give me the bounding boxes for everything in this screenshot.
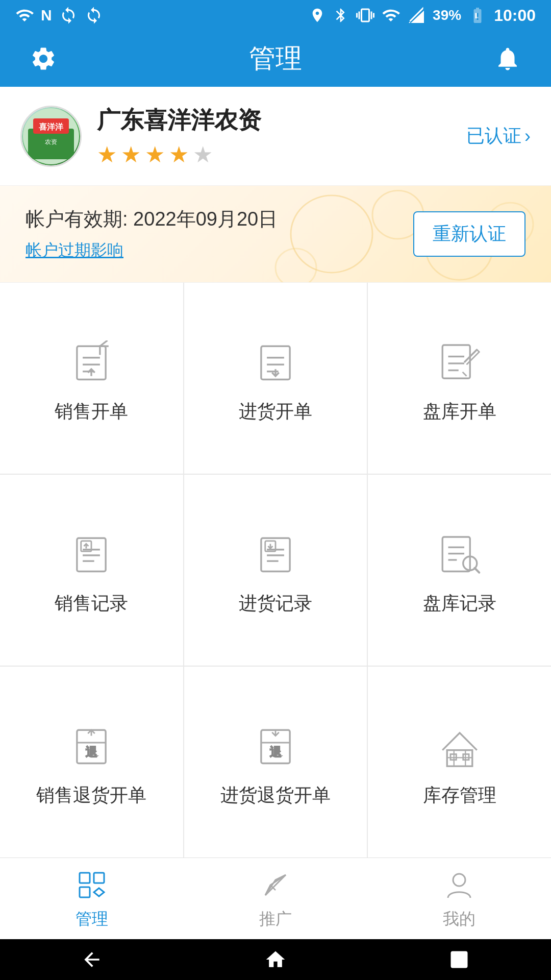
- svg-text:喜洋洋: 喜洋洋: [39, 122, 64, 131]
- nosignal-icon: [407, 6, 425, 24]
- promote-nav-icon: [258, 867, 293, 903]
- location-icon: [309, 7, 325, 23]
- grid-item-sales-open[interactable]: 销售开单: [0, 283, 183, 474]
- purchase-record-label: 进货记录: [239, 591, 312, 616]
- clock: 10:00: [494, 6, 536, 25]
- inventory-record-label: 盘库记录: [423, 591, 496, 616]
- inventory-search-icon: [434, 530, 485, 581]
- sales-up-icon: [66, 338, 117, 389]
- battery-percent: 39%: [433, 7, 461, 23]
- star-2: ★: [121, 141, 141, 167]
- grid-item-purchase-open[interactable]: 进货开单: [184, 283, 367, 474]
- svg-line-45: [474, 568, 479, 572]
- grid-item-sales-record[interactable]: 销售记录: [0, 475, 183, 666]
- svg-rect-62: [80, 887, 90, 897]
- home-button[interactable]: [260, 944, 291, 975]
- sync-icon-2: [85, 6, 103, 24]
- star-3: ★: [145, 141, 165, 167]
- certified-arrow: ›: [524, 126, 531, 147]
- wifi-icon: [15, 6, 34, 24]
- unknown-icon: N: [41, 7, 52, 24]
- mine-nav-icon: [441, 867, 477, 903]
- back-button[interactable]: [77, 944, 107, 975]
- svg-rect-3: [33, 118, 69, 134]
- inventory-edit-icon: [434, 338, 485, 389]
- sales-open-label: 销售开单: [55, 399, 128, 424]
- purchase-down-icon: [250, 338, 301, 389]
- expiry-date: 帐户有效期: 2022年09月20日: [26, 206, 278, 232]
- certified-button[interactable]: 已认证 ›: [466, 124, 531, 149]
- settings-button[interactable]: [26, 41, 61, 77]
- purchase-return-icon: 退: [250, 722, 301, 773]
- page-title: 管理: [61, 41, 490, 77]
- home-icon: [264, 948, 287, 971]
- svg-point-10: [276, 249, 316, 282]
- recertify-button[interactable]: 重新认证: [413, 211, 525, 257]
- expiry-impact-link[interactable]: 帐户过期影响: [26, 239, 278, 262]
- wifi2-icon: [382, 6, 400, 24]
- status-left-icons: N: [15, 6, 103, 24]
- status-bar: N 39% 10:00: [0, 0, 551, 31]
- star-1: ★: [97, 141, 117, 167]
- bottom-nav: 管理 推广 我的: [0, 857, 551, 939]
- purchase-return-label: 进货退货开单: [220, 783, 331, 808]
- nav-item-manage[interactable]: 管理: [0, 858, 184, 939]
- notification-button[interactable]: [490, 41, 525, 77]
- svg-text:退: 退: [269, 745, 281, 758]
- rating-stars: ★ ★ ★ ★ ★: [97, 141, 451, 167]
- banner-text: 帐户有效期: 2022年09月20日 帐户过期影响: [26, 206, 278, 262]
- battery-icon: [468, 6, 487, 24]
- mine-nav-label: 我的: [443, 908, 475, 930]
- purchase-list-icon: [250, 530, 301, 581]
- nav-item-mine[interactable]: 我的: [367, 858, 551, 939]
- grid-menu: 销售开单 进货开单: [0, 283, 551, 857]
- star-4: ★: [169, 141, 189, 167]
- purchase-open-label: 进货开单: [239, 399, 312, 424]
- paper-plane-icon: [260, 870, 291, 900]
- sales-return-icon: 退: [66, 722, 117, 773]
- warehouse-icon: [434, 722, 485, 773]
- store-logo: 喜洋洋 农资: [23, 108, 79, 164]
- svg-rect-2: [28, 129, 74, 159]
- system-nav-bar: [0, 939, 551, 980]
- svg-rect-61: [94, 873, 104, 883]
- grid-item-sales-return[interactable]: 退 销售退货开单: [0, 667, 183, 857]
- account-banner: 帐户有效期: 2022年09月20日 帐户过期影响 重新认证: [0, 185, 551, 283]
- svg-text:农资: 农资: [45, 138, 57, 145]
- profile-info: 广东喜洋洋农资 ★ ★ ★ ★ ★: [97, 105, 451, 167]
- status-right-info: 39% 10:00: [309, 6, 536, 25]
- svg-line-27: [462, 372, 466, 376]
- svg-rect-67: [451, 951, 468, 968]
- svg-rect-1: [23, 108, 79, 164]
- grid-item-inventory-record[interactable]: 盘库记录: [368, 475, 551, 666]
- svg-line-64: [265, 875, 286, 895]
- recents-button[interactable]: [444, 944, 474, 975]
- inventory-open-label: 盘库开单: [423, 399, 496, 424]
- settings-icon: [30, 45, 57, 72]
- certified-label: 已认证: [466, 124, 521, 149]
- stock-manage-label: 库存管理: [423, 783, 496, 808]
- avatar: 喜洋洋 农资: [20, 106, 82, 167]
- grid-item-purchase-return[interactable]: 退 进货退货开单: [184, 667, 367, 857]
- svg-rect-0: [475, 13, 477, 19]
- svg-point-66: [453, 874, 465, 886]
- nav-item-promote[interactable]: 推广: [184, 858, 367, 939]
- sales-list-icon: [66, 530, 117, 581]
- promote-nav-label: 推广: [259, 908, 292, 930]
- svg-marker-63: [94, 888, 104, 896]
- sales-record-label: 销售记录: [55, 591, 128, 616]
- grid-item-inventory-open[interactable]: 盘库开单: [368, 283, 551, 474]
- recents-icon: [448, 948, 470, 971]
- grid-item-purchase-record[interactable]: 进货记录: [184, 475, 367, 666]
- grid-item-stock-manage[interactable]: 库存管理: [368, 667, 551, 857]
- sync-icon-1: [59, 6, 78, 24]
- person-icon: [444, 870, 474, 900]
- sales-return-label: 销售退货开单: [36, 783, 146, 808]
- manage-nav-icon: [74, 867, 110, 903]
- profile-section: 喜洋洋 农资 广东喜洋洋农资 ★ ★ ★ ★ ★ 已认证 ›: [0, 87, 551, 185]
- star-5: ★: [193, 141, 213, 167]
- store-name: 广东喜洋洋农资: [97, 105, 451, 136]
- manage-nav-label: 管理: [76, 908, 108, 930]
- bluetooth-icon: [333, 7, 349, 23]
- grid-nav-icon: [77, 870, 107, 900]
